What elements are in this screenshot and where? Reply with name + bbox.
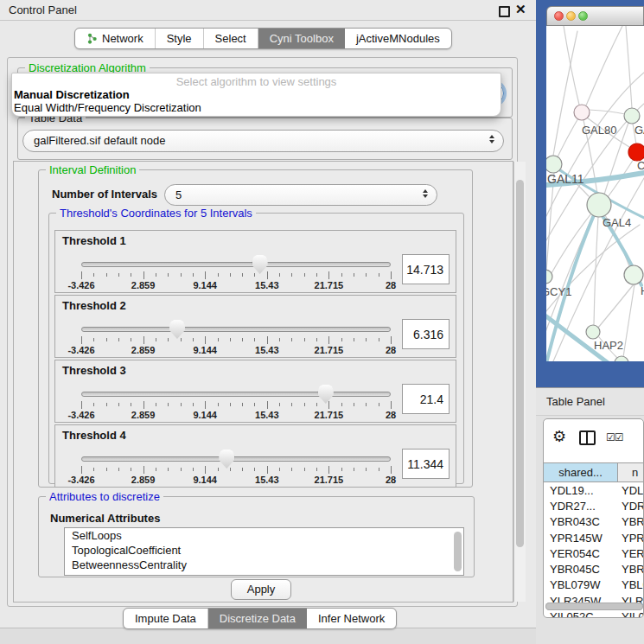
network-edge[interactable] bbox=[586, 26, 622, 105]
minimize-yellow-icon[interactable] bbox=[566, 11, 576, 21]
slider-track[interactable] bbox=[81, 327, 391, 332]
column-header-name[interactable]: n bbox=[618, 463, 644, 481]
threshold-value-field[interactable]: 14.713 bbox=[402, 254, 450, 284]
slider-track[interactable] bbox=[81, 456, 391, 462]
threshold-label: Threshold 3 bbox=[62, 364, 126, 377]
gear-icon[interactable]: ⚙ bbox=[552, 427, 566, 446]
tab-impute-data[interactable]: Impute Data bbox=[124, 609, 208, 628]
checkboxes-icon[interactable]: ☑☑ bbox=[606, 431, 623, 443]
cell-name: YBR0 bbox=[618, 563, 644, 576]
table-data-combo[interactable]: galFiltered.sif default node bbox=[22, 130, 504, 152]
table-row[interactable]: YBR043CYBR0 bbox=[544, 514, 644, 530]
algorithm-option-equal-width-frequency[interactable]: Equal Width/Frequency Discretization bbox=[14, 101, 201, 114]
network-view-window: GAL80GACGAL11GAL4GCY1HHAP2 bbox=[536, 0, 644, 387]
table-row[interactable]: YBR045CYBR0 bbox=[544, 561, 644, 577]
threshold-label: Threshold 2 bbox=[62, 299, 126, 312]
threshold-value-field[interactable]: 11.344 bbox=[402, 449, 450, 479]
algorithm-placeholder-item[interactable]: Select algorithm to view settings bbox=[12, 75, 501, 88]
network-edge[interactable] bbox=[546, 225, 640, 311]
network-node-gal11[interactable] bbox=[546, 156, 562, 173]
column-header-shared[interactable]: shared... bbox=[544, 463, 618, 481]
attribute-list-item[interactable]: SelfLoops bbox=[65, 528, 463, 543]
attribute-list-item[interactable]: BetweennessCentrality bbox=[65, 558, 463, 572]
cell-name: YER0 bbox=[618, 547, 644, 560]
slider-tick-label: 9.144 bbox=[193, 410, 217, 420]
threshold-panel: Threshold 1-3.4262.8599.14415.4321.71528… bbox=[54, 230, 456, 293]
group-title: Threshold's Coordinates for 5 Intervals bbox=[56, 207, 256, 220]
threshold-slider[interactable]: -3.4262.8599.14415.4321.71528 bbox=[81, 386, 391, 421]
network-node-top-right[interactable] bbox=[624, 108, 640, 124]
slider-tick-label: 28 bbox=[386, 475, 396, 485]
number-of-intervals-value: 5 bbox=[165, 185, 437, 206]
network-node-hap2[interactable] bbox=[586, 325, 600, 339]
table-row[interactable]: YDL19...YDL1 bbox=[544, 482, 644, 498]
table-row[interactable]: YER054CYER0 bbox=[544, 545, 644, 561]
float-icon[interactable] bbox=[499, 6, 510, 17]
algorithm-option-manual-discretization[interactable]: Manual Discretization bbox=[14, 88, 130, 101]
number-of-intervals-combo[interactable]: 5 bbox=[164, 184, 437, 206]
scrollbar-thumb[interactable] bbox=[516, 180, 524, 547]
network-window-titlebar[interactable] bbox=[546, 6, 644, 26]
network-edge[interactable] bbox=[626, 26, 632, 108]
cell-shared-name: YBR045C bbox=[544, 563, 618, 576]
tab-discretize-data[interactable]: Discretize Data bbox=[208, 609, 307, 628]
slider-tick-label: 15.43 bbox=[255, 280, 279, 290]
tab-cyni-toolbox[interactable]: Cyni Toolbox bbox=[258, 29, 345, 48]
columns-icon[interactable] bbox=[579, 430, 596, 445]
threshold-label: Threshold 4 bbox=[62, 429, 126, 442]
threshold-slider[interactable]: -3.4262.8599.14415.4321.71528 bbox=[81, 322, 391, 356]
slider-track[interactable] bbox=[81, 262, 391, 267]
top-tab-bar: NetworkStyleSelectCyni ToolboxjActiveMNo… bbox=[74, 28, 452, 49]
zoom-green-icon[interactable] bbox=[578, 11, 588, 21]
threshold-value-field[interactable]: 21.4 bbox=[402, 384, 450, 414]
up-down-stepper-icon[interactable] bbox=[423, 189, 428, 198]
attribute-list-item[interactable]: TopologicalCoefficient bbox=[65, 543, 463, 558]
tab-network[interactable]: Network bbox=[75, 29, 156, 48]
table-row[interactable]: YBL079WYBL0 bbox=[544, 577, 644, 593]
network-node-h[interactable] bbox=[624, 265, 643, 284]
network-edge[interactable] bbox=[553, 31, 577, 156]
table-row[interactable]: YDR27...YDR2 bbox=[544, 498, 644, 513]
network-node-gal80[interactable] bbox=[574, 105, 590, 120]
network-node-label: GAL11 bbox=[547, 172, 584, 186]
table-header-row: shared... n bbox=[544, 462, 644, 482]
slider-tick-labels: -3.4262.8599.14415.4321.71528 bbox=[81, 410, 391, 420]
group-title: Interval Definition bbox=[46, 163, 139, 176]
threshold-slider[interactable]: -3.4262.8599.14415.4321.71528 bbox=[81, 257, 391, 291]
slider-tick-labels: -3.4262.8599.14415.4321.71528 bbox=[81, 280, 391, 290]
slider-track[interactable] bbox=[81, 392, 391, 397]
threshold-value-field[interactable]: 6.316 bbox=[402, 319, 450, 349]
network-edge[interactable] bbox=[546, 173, 554, 271]
up-down-stepper-icon[interactable] bbox=[489, 135, 494, 143]
slider-tick-label: 28 bbox=[386, 345, 396, 355]
network-edge[interactable] bbox=[555, 112, 582, 163]
horizontal-scrollbar-thumb[interactable] bbox=[545, 603, 643, 610]
close-icon[interactable]: ✕ bbox=[515, 2, 526, 17]
bottom-tab-bar: Impute DataDiscretize DataInfer Network bbox=[123, 608, 397, 629]
network-node-red[interactable] bbox=[628, 143, 644, 161]
slider-tick-label: 21.715 bbox=[315, 410, 344, 420]
network-node-label: GA bbox=[634, 124, 644, 137]
network-node-label: HAP2 bbox=[594, 339, 623, 352]
tab-label: Impute Data bbox=[135, 612, 196, 625]
network-node-label: GAL4 bbox=[603, 216, 631, 229]
tab-style[interactable]: Style bbox=[156, 29, 204, 48]
table-panel: ⚙ ☑☑ shared... n YDL19...YDL1YDR27...YDR… bbox=[543, 418, 644, 618]
vertical-scrollbar[interactable] bbox=[513, 162, 526, 602]
network-edge[interactable] bbox=[552, 214, 591, 273]
network-edge[interactable] bbox=[564, 26, 579, 105]
tab-select[interactable]: Select bbox=[204, 29, 258, 48]
numerical-attributes-list[interactable]: SelfLoopsTopologicalCoefficientBetweenne… bbox=[64, 527, 464, 576]
threshold-slider[interactable]: -3.4262.8599.14415.4321.71528 bbox=[81, 451, 391, 486]
network-node-gcy1[interactable] bbox=[546, 270, 552, 284]
close-red-icon[interactable] bbox=[554, 11, 564, 21]
table-row[interactable]: YPR145WYPR1 bbox=[544, 530, 644, 545]
network-canvas[interactable]: GAL80GACGAL11GAL4GCY1HHAP2 bbox=[546, 26, 644, 361]
list-scrollbar-thumb[interactable] bbox=[454, 532, 462, 571]
slider-ticks bbox=[81, 271, 391, 279]
network-node-gal4[interactable] bbox=[587, 193, 611, 217]
apply-button[interactable]: Apply bbox=[231, 579, 291, 600]
tab-jactivemnodules[interactable]: jActiveMNodules bbox=[345, 29, 451, 48]
tab-label: Select bbox=[215, 32, 246, 45]
tab-infer-network[interactable]: Infer Network bbox=[307, 609, 396, 628]
